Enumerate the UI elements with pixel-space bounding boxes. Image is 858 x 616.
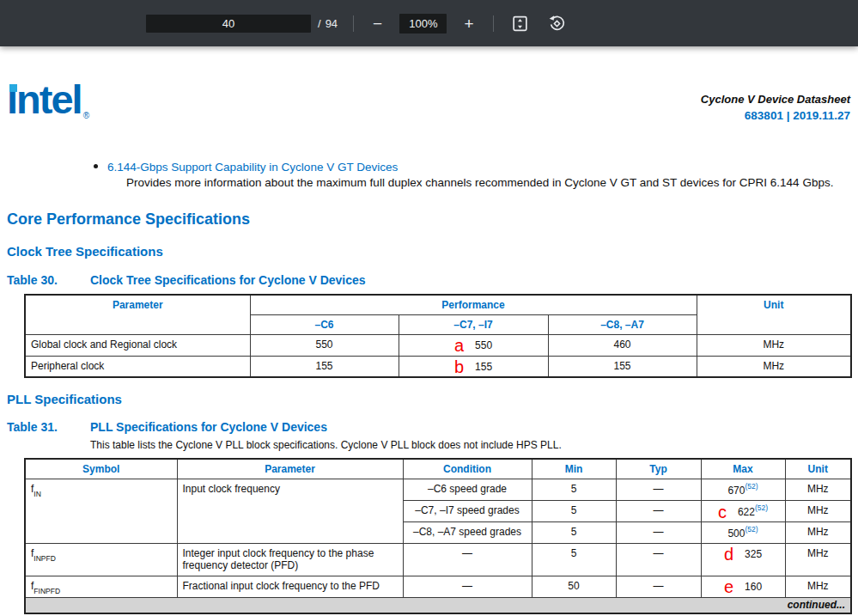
table30-header-row-1: Parameter Performance Unit [25,295,851,315]
annotation-b: b [454,363,464,371]
max-value: 622 [738,506,755,518]
bullet-icon [94,164,98,168]
table31-header-row: Symbol Parameter Condition Min Typ Max U… [25,459,851,479]
section-pll: PLL Specifications [7,392,850,406]
cell-c8-a7: 155 [548,356,697,377]
cell-unit: MHz [785,522,851,544]
col-parameter: Parameter [25,295,250,335]
cell-c8-a7: 460 [548,334,697,356]
cell-unit: MHz [697,356,851,377]
cell-parameter: Integer input clock frequency to the pha… [177,544,403,576]
max-value: 670 [727,485,745,497]
footnote-52-link[interactable]: (52) [745,482,758,491]
bullet-content: 6.144-Gbps Support Capability in Cyclone… [107,159,833,190]
gt-support-link[interactable]: 6.144-Gbps Support Capability in Cyclone… [107,161,398,174]
table31-caption: Table 31. PLL Specifications for Cyclone… [7,420,850,434]
cell-unit: MHz [785,576,851,598]
cell-unit: MHz [785,544,851,576]
cell-condition: –C7, –I7 speed grades [403,501,532,522]
page-separator: / [318,17,321,30]
pdf-page: intel® Cyclone V Device Datasheet 683801… [0,77,858,614]
page-number-input[interactable] [146,15,311,33]
cell-min: 50 [532,576,616,598]
table-row: Global clock and Regional clock 550 a550… [25,334,851,356]
cell-typ: — [616,501,701,522]
annotation-d: d [724,550,733,558]
cell-min: 5 [532,501,616,522]
bullet-description: Provides more information about the maxi… [126,176,833,190]
zoom-out-button[interactable]: − [369,14,386,34]
col-unit: Unit [785,459,851,479]
footnote-52-link[interactable]: (52) [745,525,758,534]
registered-mark: ® [83,111,89,120]
table-row: fINPFD Integer input clock frequency to … [25,544,851,576]
table30-label: Table 30. [7,273,90,287]
col-typ: Typ [616,459,701,479]
document-header: intel® Cyclone V Device Datasheet 683801… [7,77,850,133]
max-value: 325 [745,548,762,560]
cell-symbol: fIN [25,479,177,544]
cell-value: 155 [475,361,492,373]
section-core-performance: Core Performance Specifications [7,210,850,229]
cell-c6: 155 [250,356,399,377]
table30-caption: Table 30. Clock Tree Specifications for … [7,273,850,287]
cell-symbol: fFINPFD [25,576,177,598]
col-c6: –C6 [250,314,399,334]
cell-min: 5 [532,522,616,544]
cell-c7-i7: b155 [399,356,548,377]
cell-condition: –C6 speed grade [403,479,532,501]
cell-unit: MHz [785,501,851,522]
cell-condition: –C8, –A7 speed grades [403,522,532,544]
header-right: Cyclone V Device Datasheet 683801 | 2019… [701,93,850,122]
cell-max: e160 [701,576,785,598]
table31-title: PLL Specifications for Cyclone V Devices [90,420,327,434]
continued-label: continued... [25,598,851,614]
cell-parameter: Fractional input clock frequency to the … [177,576,403,598]
cell-max: d325 [701,544,785,576]
zoom-in-button[interactable]: + [460,14,477,34]
cell-typ: — [616,479,701,501]
table-row: fIN Input clock frequency –C6 speed grad… [25,479,851,501]
col-performance: Performance [250,295,697,315]
cell-max: 500(52) [701,522,785,544]
symbol-subscript: FINPFD [33,587,60,595]
symbol-subscript: INPFD [33,554,56,563]
cell-typ: — [616,576,701,598]
table-row: fFINPFD Fractional input clock frequency… [25,576,851,598]
footnote-52-link[interactable]: (52) [755,503,768,512]
cell-min: 5 [532,479,616,501]
max-value: 160 [745,581,762,593]
col-c7-i7: –C7, –I7 [399,314,548,334]
zoom-level[interactable]: 100% [399,14,447,34]
table30-title: Clock Tree Specifications for Cyclone V … [90,273,366,287]
col-min: Min [532,459,616,479]
cell-typ: — [616,522,701,544]
table-continued-row: continued... [25,598,851,614]
cell-min: 5 [532,544,616,576]
intel-logo-dot [9,84,17,92]
cell-max: 670(52) [701,479,785,501]
cell-c6: 550 [250,334,399,356]
annotation-e: e [724,582,733,591]
table30: Parameter Performance Unit –C6 –C7, –I7 … [24,294,852,379]
cell-c7-i7: a550 [399,334,548,356]
intel-logo-text: intel [7,76,82,122]
fit-page-icon [511,15,529,33]
cell-symbol: fINPFD [25,544,177,576]
cell-unit: MHz [697,334,851,356]
cell-value: 550 [475,339,492,351]
page-total-value: 94 [326,17,338,30]
rotate-counterclockwise-icon [548,15,566,33]
toolbar-divider [353,15,354,32]
col-max: Max [701,459,785,479]
table31-description: This table lists the Cyclone V PLL block… [90,439,850,451]
page-count: / 94 [318,17,338,30]
fit-page-button[interactable] [509,13,531,34]
intel-logo: intel® [7,77,88,133]
cell-condition: — [403,576,532,598]
cell-parameter: Global clock and Regional clock [25,334,250,356]
table31-label: Table 31. [7,420,90,434]
rotate-button[interactable] [546,13,568,34]
cell-parameter: Peripheral clock [25,356,250,377]
col-parameter: Parameter [177,459,403,479]
